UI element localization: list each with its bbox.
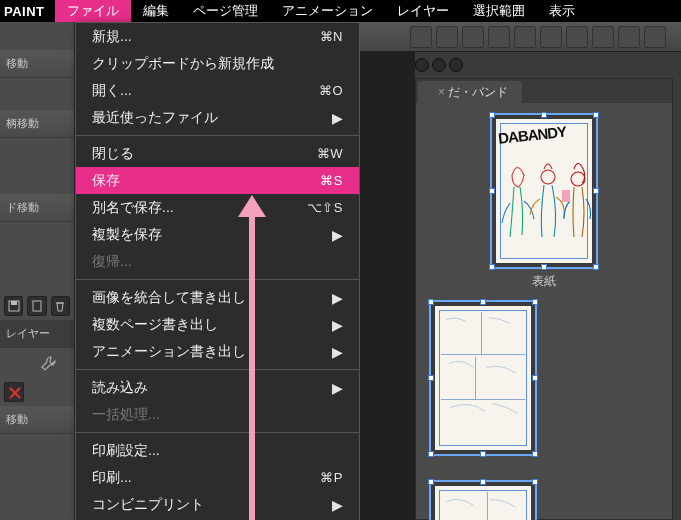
menu-edit[interactable]: 編集 [131, 0, 181, 23]
tool-row[interactable]: 柄移動 [0, 110, 74, 138]
separator [76, 369, 359, 370]
chevron-right-icon: ▶ [332, 497, 343, 513]
menu-convenience-print[interactable]: コンビニプリント▶ [76, 491, 359, 518]
chevron-right-icon: ▶ [332, 344, 343, 360]
save-small-icon[interactable] [4, 296, 23, 316]
menu-open[interactable]: 開く...⌘O [76, 77, 359, 104]
file-dropdown: 新規...⌘N クリップボードから新規作成 開く...⌘O 最近使ったファイル▶… [75, 22, 360, 520]
panel-tab[interactable]: × だ・バンド [418, 81, 522, 103]
tool-button[interactable] [540, 26, 562, 48]
window-max-icon[interactable] [449, 58, 463, 72]
app-name: PAINT [0, 4, 55, 19]
tool-button[interactable] [462, 26, 484, 48]
menu-batch: 一括処理... [76, 401, 359, 428]
left-tool-column: 移動 柄移動 ド移動 レイヤー 移動 [0, 22, 75, 520]
window-controls [415, 58, 463, 72]
menu-new-from-clipboard[interactable]: クリップボードから新規作成 [76, 50, 359, 77]
menu-recent[interactable]: 最近使ったファイル▶ [76, 104, 359, 131]
wrench-icon[interactable] [40, 354, 58, 372]
svg-point-3 [541, 170, 555, 184]
menu-print-settings[interactable]: 印刷設定... [76, 437, 359, 464]
menu-save-copy[interactable]: 複製を保存▶ [76, 221, 359, 248]
menu-export-multi[interactable]: 複数ページ書き出し▶ [76, 311, 359, 338]
menubar: PAINT ファイル 編集 ページ管理 アニメーション レイヤー 選択範囲 表示 [0, 0, 681, 22]
doc-icon[interactable] [27, 296, 46, 316]
separator [76, 432, 359, 433]
menu-close[interactable]: 閉じる⌘W [76, 140, 359, 167]
close-icon[interactable]: × [438, 85, 445, 99]
svg-point-4 [571, 172, 585, 186]
separator [76, 279, 359, 280]
canvas-peek [360, 22, 415, 520]
chevron-right-icon: ▶ [332, 110, 343, 126]
page-thumb-wrap [424, 480, 542, 520]
tool-button[interactable] [644, 26, 666, 48]
menu-revert: 復帰... [76, 248, 359, 275]
menu-print[interactable]: 印刷...⌘P [76, 464, 359, 491]
chevron-right-icon: ▶ [332, 380, 343, 396]
svg-rect-1 [11, 301, 17, 305]
chevron-right-icon: ▶ [332, 227, 343, 243]
tool-row[interactable]: ド移動 [0, 194, 74, 222]
pink-marker [562, 190, 570, 202]
svg-rect-2 [33, 301, 41, 311]
tool-button[interactable] [436, 26, 458, 48]
menu-select[interactable]: 選択範囲 [461, 0, 537, 23]
cover-caption: 表紙 [532, 273, 556, 290]
tool-button[interactable] [592, 26, 614, 48]
menu-page[interactable]: ページ管理 [181, 0, 270, 23]
cover-thumb[interactable]: DABANDY [490, 113, 598, 269]
window-min-icon[interactable] [432, 58, 446, 72]
menu-animation[interactable]: アニメーション [270, 0, 385, 23]
menu-export-flat[interactable]: 画像を統合して書き出し▶ [76, 284, 359, 311]
panel-tabrow: × だ・バンド [416, 79, 672, 103]
page-thumb-wrap [424, 300, 542, 470]
tab-label: だ・バンド [448, 85, 508, 99]
menu-save[interactable]: 保存⌘S [76, 167, 359, 194]
page-thumb[interactable] [429, 480, 537, 520]
tool-button[interactable] [514, 26, 536, 48]
menu-import[interactable]: 読み込み▶ [76, 374, 359, 401]
tool-row[interactable]: 移動 [0, 50, 74, 78]
tool-button[interactable] [488, 26, 510, 48]
menu-view[interactable]: 表示 [537, 0, 587, 23]
cover-thumb-wrap: DABANDY [424, 113, 664, 290]
menu-export-anim[interactable]: アニメーション書き出し▶ [76, 338, 359, 365]
top-toolstrip [360, 22, 681, 52]
chevron-right-icon: ▶ [332, 317, 343, 333]
tool-button[interactable] [566, 26, 588, 48]
window-close-icon[interactable] [415, 58, 429, 72]
delete-x-icon[interactable] [4, 382, 24, 402]
tool-row[interactable]: 移動 [0, 406, 74, 434]
trash-icon[interactable] [51, 296, 70, 316]
page-panel: × だ・バンド DABANDY [415, 78, 673, 520]
chevron-right-icon: ▶ [332, 290, 343, 306]
separator [76, 135, 359, 136]
menu-save-as[interactable]: 別名で保存...⌥⇧S [76, 194, 359, 221]
menu-layer[interactable]: レイヤー [385, 0, 461, 23]
tool-button[interactable] [410, 26, 432, 48]
menu-file[interactable]: ファイル [55, 0, 131, 23]
menu-new[interactable]: 新規...⌘N [76, 23, 359, 50]
tool-button[interactable] [618, 26, 640, 48]
page-thumb[interactable] [429, 300, 537, 456]
layer-tab[interactable]: レイヤー [0, 320, 74, 348]
